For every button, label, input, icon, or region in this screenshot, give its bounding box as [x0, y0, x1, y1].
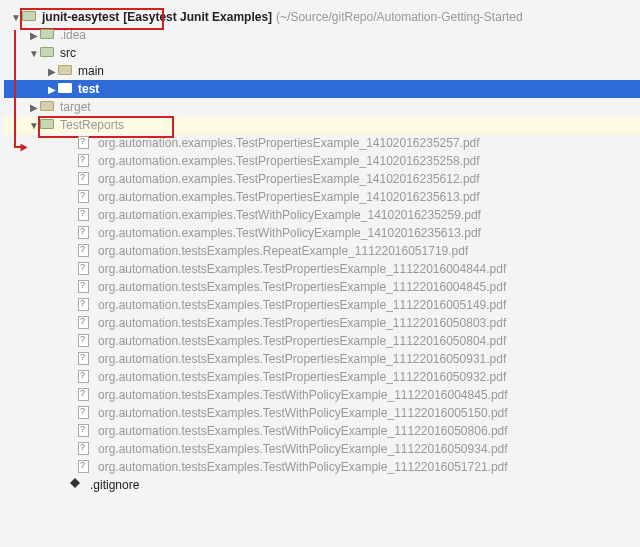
folder-icon — [40, 100, 56, 114]
file-icon — [78, 154, 94, 168]
collapse-arrow-icon[interactable]: ▶ — [46, 66, 58, 77]
file-label: org.automation.testsExamples.TestWithPol… — [94, 424, 508, 438]
report-file[interactable]: ▶org.automation.testsExamples.TestWithPo… — [4, 440, 640, 458]
file-icon — [78, 424, 94, 438]
file-label: org.automation.testsExamples.TestPropert… — [94, 334, 506, 348]
file-icon — [78, 442, 94, 456]
file-icon — [78, 190, 94, 204]
folder-icon — [22, 10, 38, 24]
file-label: org.automation.testsExamples.TestWithPol… — [94, 460, 508, 474]
folder-icon — [58, 82, 74, 96]
project-tree: ▼ junit-easytest [Easytest Junit Example… — [0, 0, 640, 494]
file-icon — [78, 460, 94, 474]
report-file[interactable]: ▶org.automation.testsExamples.TestProper… — [4, 350, 640, 368]
folder-icon — [58, 64, 74, 78]
report-file[interactable]: ▶org.automation.testsExamples.TestProper… — [4, 260, 640, 278]
folder-label: TestReports — [56, 118, 124, 132]
report-file[interactable]: ▶org.automation.examples.TestPropertiesE… — [4, 170, 640, 188]
file-icon — [78, 298, 94, 312]
report-file[interactable]: ▶org.automation.testsExamples.TestProper… — [4, 278, 640, 296]
collapse-arrow-icon[interactable]: ▶ — [28, 30, 40, 41]
folder-label: src — [56, 46, 76, 60]
report-file[interactable]: ▶org.automation.testsExamples.TestProper… — [4, 314, 640, 332]
expand-arrow-icon[interactable]: ▼ — [10, 12, 22, 23]
gitignore-icon — [70, 478, 86, 492]
report-file[interactable]: ▶org.automation.testsExamples.TestProper… — [4, 332, 640, 350]
report-file[interactable]: ▶org.automation.testsExamples.TestProper… — [4, 368, 640, 386]
file-label: org.automation.testsExamples.TestPropert… — [94, 370, 506, 384]
report-file[interactable]: ▶org.automation.examples.TestPropertiesE… — [4, 134, 640, 152]
annotation-root-box: junit-easytest — [22, 10, 119, 24]
file-icon — [78, 334, 94, 348]
file-icon — [78, 172, 94, 186]
folder-label: main — [74, 64, 104, 78]
folder-label: target — [56, 100, 91, 114]
file-icon — [78, 208, 94, 222]
file-label: org.automation.testsExamples.TestWithPol… — [94, 442, 508, 456]
file-icon — [78, 280, 94, 294]
file-label: org.automation.examples.TestPropertiesEx… — [94, 154, 480, 168]
expand-arrow-icon[interactable]: ▼ — [28, 48, 40, 59]
report-file[interactable]: ▶org.automation.testsExamples.TestWithPo… — [4, 458, 640, 476]
file-icon — [78, 136, 94, 150]
file-label: org.automation.examples.TestWithPolicyEx… — [94, 226, 481, 240]
root-desc: [Easytest Junit Examples] — [119, 10, 272, 24]
report-file[interactable]: ▶org.automation.examples.TestWithPolicyE… — [4, 206, 640, 224]
file-label: org.automation.examples.TestPropertiesEx… — [94, 172, 480, 186]
file-label: org.automation.testsExamples.TestPropert… — [94, 298, 506, 312]
root-path: (~/Source/gitRepo/Automation-Getting-Sta… — [272, 10, 522, 24]
file-icon — [78, 226, 94, 240]
file-icon — [78, 406, 94, 420]
folder-target[interactable]: ▶ target — [4, 98, 640, 116]
file-label: org.automation.testsExamples.TestPropert… — [94, 280, 506, 294]
folder-label: test — [74, 82, 99, 96]
file-icon — [78, 370, 94, 384]
root-name: junit-easytest — [38, 10, 119, 24]
folder-testreports[interactable]: ▼ TestReports — [4, 116, 640, 134]
file-label: org.automation.testsExamples.TestWithPol… — [94, 406, 508, 420]
file-label: org.automation.testsExamples.RepeatExamp… — [94, 244, 468, 258]
folder-icon — [40, 46, 56, 60]
folder-icon — [40, 118, 56, 132]
folder-icon — [40, 28, 56, 42]
file-gitignore[interactable]: ▶ .gitignore — [4, 476, 640, 494]
collapse-arrow-icon[interactable]: ▶ — [28, 102, 40, 113]
annotation-reports-box: TestReports — [40, 118, 124, 132]
folder-idea[interactable]: ▶ .idea — [4, 26, 640, 44]
file-icon — [78, 262, 94, 276]
file-icon — [78, 244, 94, 258]
collapse-arrow-icon[interactable]: ▶ — [46, 84, 58, 95]
report-file[interactable]: ▶org.automation.examples.TestPropertiesE… — [4, 188, 640, 206]
file-icon — [78, 352, 94, 366]
file-label: org.automation.testsExamples.TestPropert… — [94, 262, 506, 276]
file-label: org.automation.testsExamples.TestWithPol… — [94, 388, 508, 402]
report-file[interactable]: ▶org.automation.examples.TestPropertiesE… — [4, 152, 640, 170]
folder-label: .idea — [56, 28, 86, 42]
expand-arrow-icon[interactable]: ▼ — [28, 120, 40, 131]
file-label: org.automation.examples.TestPropertiesEx… — [94, 190, 480, 204]
file-label: org.automation.testsExamples.TestPropert… — [94, 352, 506, 366]
report-file[interactable]: ▶org.automation.testsExamples.TestWithPo… — [4, 386, 640, 404]
report-file-list: ▶org.automation.examples.TestPropertiesE… — [4, 134, 640, 476]
file-label: org.automation.testsExamples.TestPropert… — [94, 316, 506, 330]
file-icon — [78, 388, 94, 402]
report-file[interactable]: ▶org.automation.testsExamples.TestWithPo… — [4, 422, 640, 440]
folder-main[interactable]: ▶ main — [4, 62, 640, 80]
report-file[interactable]: ▶org.automation.testsExamples.TestProper… — [4, 296, 640, 314]
folder-src[interactable]: ▼ src — [4, 44, 640, 62]
file-label: org.automation.examples.TestPropertiesEx… — [94, 136, 480, 150]
file-label: org.automation.examples.TestWithPolicyEx… — [94, 208, 481, 222]
report-file[interactable]: ▶org.automation.examples.TestWithPolicyE… — [4, 224, 640, 242]
report-file[interactable]: ▶org.automation.testsExamples.TestWithPo… — [4, 404, 640, 422]
tree-root[interactable]: ▼ junit-easytest [Easytest Junit Example… — [4, 8, 640, 26]
file-icon — [78, 316, 94, 330]
report-file[interactable]: ▶org.automation.testsExamples.RepeatExam… — [4, 242, 640, 260]
file-label: .gitignore — [86, 478, 139, 492]
folder-test[interactable]: ▶ test — [4, 80, 640, 98]
